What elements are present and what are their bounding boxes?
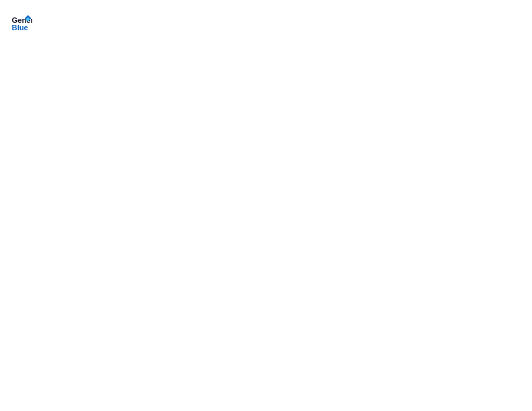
svg-text:Blue: Blue [12, 24, 28, 32]
logo: General Blue [11, 11, 35, 32]
logo-icon: General Blue [11, 11, 32, 32]
page-header: General Blue [11, 11, 521, 32]
